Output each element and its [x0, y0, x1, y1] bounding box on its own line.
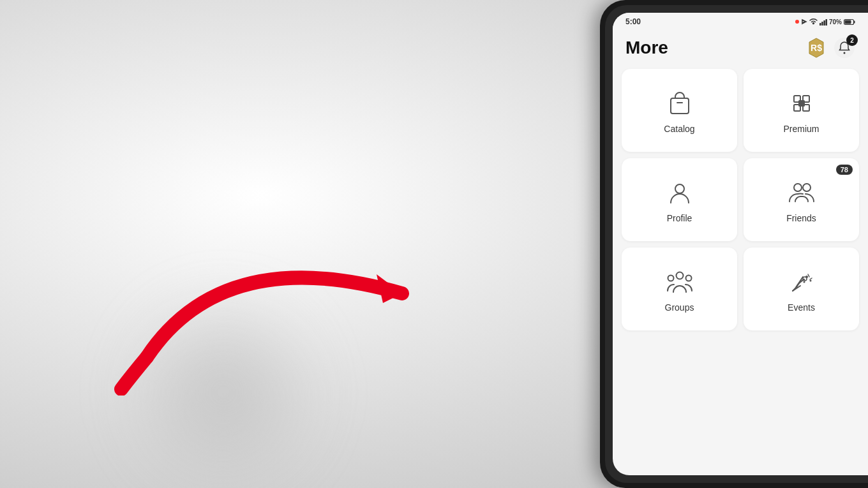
- header-actions: R$ 2: [805, 37, 855, 59]
- menu-item-catalog[interactable]: Catalog: [622, 69, 737, 152]
- phone-frame: 5:00: [600, 0, 868, 488]
- svg-rect-2: [821, 22, 823, 26]
- menu-item-profile[interactable]: Profile: [622, 158, 737, 241]
- friends-badge: 78: [836, 165, 853, 175]
- phone-inner: 5:00: [605, 5, 868, 483]
- profile-label: Profile: [667, 213, 692, 223]
- battery-icon: [844, 18, 855, 26]
- friends-label: Friends: [786, 213, 816, 223]
- svg-rect-6: [845, 20, 851, 24]
- menu-item-events[interactable]: Events: [744, 248, 859, 330]
- catalog-label: Catalog: [664, 124, 694, 134]
- svg-point-20: [794, 184, 802, 191]
- events-label: Events: [788, 302, 815, 313]
- svg-point-21: [803, 184, 811, 191]
- svg-point-24: [685, 276, 691, 281]
- groups-label: Groups: [665, 302, 694, 313]
- svg-rect-1: [819, 23, 821, 26]
- svg-point-26: [809, 280, 811, 282]
- menu-item-friends[interactable]: 78 Friends: [744, 158, 859, 241]
- status-time: 5:00: [625, 17, 641, 26]
- battery-level: 70%: [829, 18, 842, 26]
- events-icon: [788, 268, 816, 296]
- robux-button[interactable]: R$: [805, 37, 827, 59]
- wifi-icon: [809, 18, 818, 25]
- premium-icon: [788, 89, 816, 117]
- svg-point-28: [803, 277, 807, 281]
- svg-point-27: [803, 281, 805, 283]
- phone-screen: 5:00: [613, 13, 868, 475]
- svg-rect-13: [677, 102, 683, 103]
- svg-rect-12: [671, 98, 689, 114]
- page-title: More: [625, 38, 668, 58]
- menu-item-groups[interactable]: Groups: [622, 248, 737, 330]
- notification-badge: 2: [846, 34, 858, 46]
- svg-rect-7: [854, 20, 855, 23]
- svg-rect-3: [823, 20, 825, 26]
- svg-point-23: [668, 276, 673, 281]
- status-bar: 5:00: [613, 13, 868, 31]
- app-header: More R$ 2: [613, 31, 868, 64]
- status-dot: [795, 20, 799, 24]
- signal-icon: [819, 18, 827, 26]
- premium-label: Premium: [783, 124, 819, 134]
- svg-point-19: [675, 184, 684, 193]
- menu-grid: Catalog Premium: [613, 64, 868, 336]
- svg-rect-4: [825, 19, 827, 26]
- svg-text:R$: R$: [811, 43, 822, 53]
- background-blob: [128, 297, 319, 488]
- svg-rect-18: [798, 100, 805, 107]
- svg-point-11: [844, 52, 846, 54]
- bluetooth-icon: [801, 18, 807, 26]
- notification-button[interactable]: 2: [834, 37, 855, 59]
- friends-icon: [786, 179, 817, 207]
- profile-icon: [666, 179, 694, 207]
- svg-point-22: [676, 272, 683, 279]
- groups-icon: [664, 268, 695, 296]
- catalog-icon: [666, 89, 694, 117]
- status-icons: 70%: [795, 18, 855, 26]
- menu-item-premium[interactable]: Premium: [744, 69, 859, 152]
